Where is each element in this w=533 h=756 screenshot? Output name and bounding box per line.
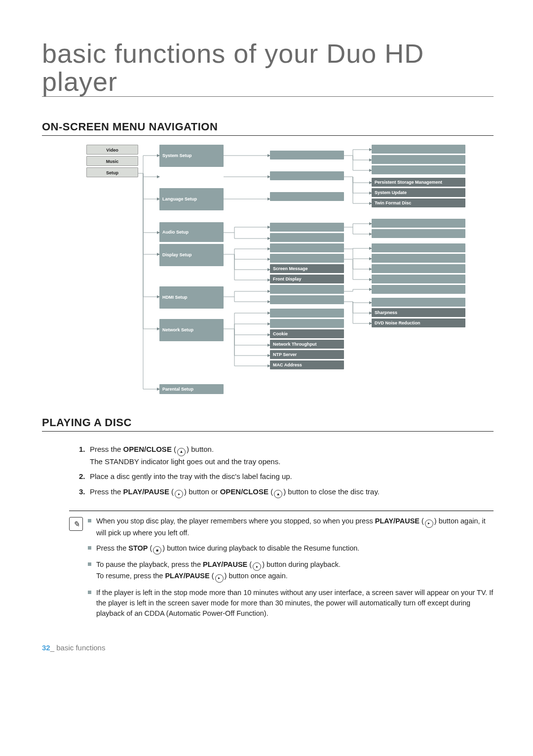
button-label-open-close: OPEN/CLOSE <box>123 445 172 453</box>
menu-item <box>372 285 465 294</box>
note-item: If the player is left in the stop mode m… <box>88 588 494 619</box>
step-number: 2. <box>79 471 90 482</box>
button-label-play-pause: PLAY/PAUSE <box>203 560 247 568</box>
menu-item <box>270 243 344 252</box>
menu-item <box>372 254 465 263</box>
menu-item <box>270 309 344 318</box>
menu-item: Screen Message <box>270 264 344 273</box>
play-pause-icon: ▸ <box>175 490 183 498</box>
note-text: button during playback. <box>265 560 341 568</box>
menu-item <box>270 285 344 294</box>
step-3: 3. Press the PLAY/PAUSE (▸) button or OP… <box>79 486 494 499</box>
menu-item: Cookie <box>270 329 344 338</box>
page-number: 32 <box>42 643 50 652</box>
note-text: To pause the playback, press the <box>96 560 203 568</box>
step-number: 3. <box>79 486 90 499</box>
note-item: Press the STOP (■) button twice during p… <box>88 543 494 555</box>
menu-item: Twin Format Disc <box>372 199 465 207</box>
menu-item: Language Setup <box>159 188 224 210</box>
menu-item-video: Video <box>86 145 138 155</box>
button-label-stop: STOP <box>128 544 148 552</box>
note-text: If the player is left in the stop mode m… <box>96 588 494 619</box>
section-heading-playing-disc: PLAYING A DISC <box>42 416 494 432</box>
notes-block: ✎ When you stop disc play, the player re… <box>69 511 494 623</box>
note-item: To pause the playback, press the PLAY/PA… <box>88 559 494 583</box>
button-label-play-pause: PLAY/PAUSE <box>123 487 169 496</box>
menu-item <box>372 219 465 228</box>
footer-label: basic functions <box>56 643 105 652</box>
play-pause-icon: ▸ <box>425 519 433 528</box>
menu-item <box>270 192 344 201</box>
step-2: 2. Place a disc gently into the tray wit… <box>79 471 494 482</box>
menu-item <box>270 223 344 232</box>
step-text: Press the <box>90 445 123 453</box>
eject-icon: ▲ <box>177 448 186 456</box>
menu-item: Front Display <box>270 275 344 283</box>
menu-item: Network Setup <box>159 319 224 341</box>
note-text: When you stop disc play, the player reme… <box>96 517 375 525</box>
menu-item-music: Music <box>86 156 138 166</box>
play-pause-icon: ▸ <box>215 574 224 583</box>
menu-item <box>372 165 465 174</box>
menu-item <box>270 295 344 304</box>
menu-item <box>372 298 465 307</box>
menu-item <box>270 319 344 328</box>
note-item: When you stop disc play, the player reme… <box>88 516 494 538</box>
menu-item <box>372 229 465 238</box>
menu-item <box>372 145 465 154</box>
page-footer: 32_ basic functions <box>42 643 494 652</box>
menu-item: Parental Setup <box>159 384 224 394</box>
button-label-play-pause: PLAY/PAUSE <box>165 572 209 580</box>
note-text: button once again. <box>227 572 287 580</box>
menu-item: HDMI Setup <box>159 286 224 309</box>
menu-item <box>270 233 344 242</box>
menu-item: DVD Noise Reduction <box>372 318 465 327</box>
instruction-steps: 1. Press the OPEN/CLOSE (▲) button. The … <box>79 444 494 498</box>
menu-item: Persistent Storage Management <box>372 178 465 187</box>
bullet-icon <box>88 562 91 566</box>
step-text: Place a disc gently into the tray with t… <box>90 471 494 482</box>
menu-navigation-diagram: Video Music Setup System Setup Language … <box>86 145 471 397</box>
step-text: The STANDBY indicator light goes out and… <box>90 457 280 466</box>
menu-item: Display Setup <box>159 244 224 266</box>
note-text: Press the <box>96 544 128 552</box>
step-number: 1. <box>79 444 90 467</box>
step-text: button. <box>189 445 214 453</box>
menu-item: System Setup <box>159 145 224 167</box>
menu-item <box>270 171 344 180</box>
menu-item <box>270 254 344 263</box>
menu-item-setup: Setup <box>86 167 138 177</box>
stop-icon: ■ <box>153 546 161 555</box>
bullet-icon <box>88 519 91 522</box>
bullet-icon <box>88 546 91 550</box>
note-text: button twice during playback to disable … <box>165 544 359 552</box>
button-label-play-pause: PLAY/PAUSE <box>375 517 419 525</box>
menu-item: MAC Address <box>270 360 344 369</box>
menu-item: System Update <box>372 188 465 197</box>
menu-item <box>372 264 465 273</box>
menu-item <box>372 155 465 164</box>
step-1: 1. Press the OPEN/CLOSE (▲) button. The … <box>79 444 494 467</box>
section-heading-menu-nav: ON-SCREEN MENU NAVIGATION <box>42 120 494 136</box>
menu-item: Network Throughput <box>270 340 344 349</box>
page-title: basic functions of your Duo HD player <box>42 40 494 97</box>
step-text: button to close the disc tray. <box>286 487 380 496</box>
bullet-icon <box>88 591 91 594</box>
menu-item: NTP Server <box>270 350 344 359</box>
eject-icon: ▲ <box>274 490 282 498</box>
menu-item: Audio Setup <box>159 222 224 242</box>
menu-item <box>372 243 465 252</box>
menu-item: Sharpness <box>372 308 465 317</box>
step-text: Press the <box>90 487 123 496</box>
menu-item <box>372 275 465 283</box>
note-text: To resume, press the <box>96 572 165 580</box>
button-label-open-close: OPEN/CLOSE <box>220 487 268 496</box>
step-text: button or <box>187 487 220 496</box>
menu-item <box>270 151 344 159</box>
footer-separator: _ <box>50 643 57 652</box>
play-pause-icon: ▸ <box>253 562 261 571</box>
note-icon: ✎ <box>69 517 83 531</box>
